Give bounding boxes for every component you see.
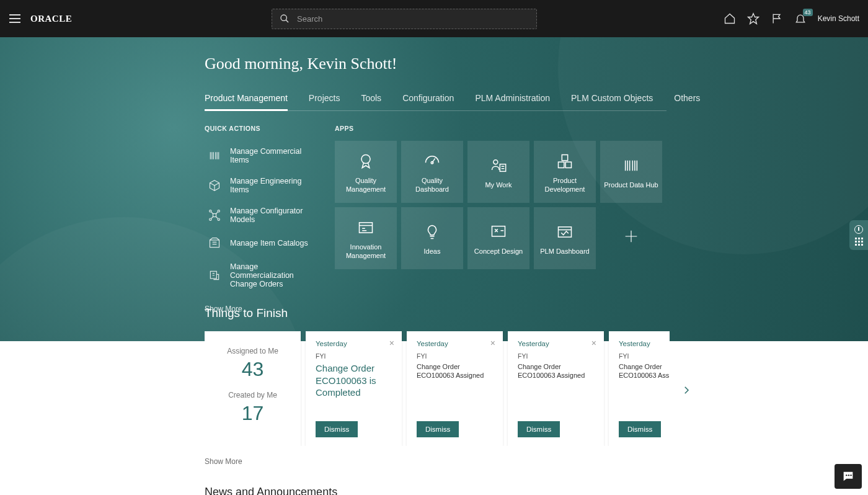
tab-plm-custom-objects[interactable]: PLM Custom Objects [571,93,653,110]
apps-column: APPS Quality Management Quality Dashboar… [335,125,670,313]
app-quality-management[interactable]: Quality Management [335,141,397,203]
quick-action-label: Manage Commercialization Change Orders [230,262,313,288]
tab-product-management[interactable]: Product Management [205,93,288,110]
tab-projects[interactable]: Projects [309,93,340,110]
svg-rect-18 [492,226,505,236]
close-icon[interactable]: × [591,339,596,347]
task-card[interactable]: Yesterday FYI Change Order ECO100063 Ass… [609,331,670,446]
search-input[interactable] [297,14,530,24]
gauge-icon [423,150,441,172]
dismiss-button[interactable]: Dismiss [316,421,358,437]
quick-action-manage-engineering-items[interactable]: Manage Engineering Items [205,171,316,200]
header-actions: 43 Kevin Schott [724,12,862,25]
task-card[interactable]: × Yesterday FYI Change Order ECO100063 A… [407,331,503,446]
app-tile-label: Quality Dashboard [405,176,459,194]
barcode-icon [208,149,221,163]
quick-actions-column: QUICK ACTIONS Manage Commercial Items Ma… [205,125,316,313]
app-concept-design[interactable]: Concept Design [467,207,529,269]
flag-icon[interactable] [771,12,783,25]
side-tool-panel[interactable] [849,220,868,250]
svg-rect-19 [559,227,572,237]
lower-region: Things to Finish Assigned to Me 43 Creat… [205,301,682,495]
dismiss-button[interactable]: Dismiss [518,421,560,437]
task-title: Change Order ECO100063 is Completed [316,362,392,399]
svg-point-12 [494,160,498,164]
quick-action-label: Manage Configurator Models [230,207,313,224]
quick-action-manage-configurator-models[interactable]: Manage Configurator Models [205,200,316,230]
tab-others[interactable]: Others [674,93,700,110]
task-date: Yesterday [316,340,392,347]
svg-point-21 [848,475,849,476]
menu-toggle-icon[interactable] [9,11,24,26]
app-quality-dashboard[interactable]: Quality Dashboard [401,141,463,203]
dashboard-icon [556,221,574,243]
plus-icon [622,225,640,248]
design-board-icon [490,221,507,243]
news-title: News and Announcements [205,486,682,495]
barcode-block-icon [622,154,640,177]
oracle-logo[interactable]: ORACLE [30,14,72,24]
app-add-tile[interactable] [600,207,662,269]
things-to-finish-cards: Assigned to Me 43 Created by Me 17 × Yes… [205,331,670,446]
home-icon[interactable] [724,12,736,25]
summary-card[interactable]: Assigned to Me 43 Created by Me 17 [205,331,301,446]
catalog-icon [208,236,221,250]
app-tile-label: Concept Design [474,247,523,256]
app-tile-label: Innovation Management [339,243,393,261]
nodes-icon [208,208,221,222]
svg-point-10 [361,154,370,163]
svg-point-20 [846,475,847,476]
close-icon[interactable]: × [389,339,394,347]
app-product-data-hub[interactable]: Product Data Hub [600,141,662,203]
task-card[interactable]: × Yesterday FYI Change Order ECO100063 i… [306,331,402,446]
app-innovation-management[interactable]: Innovation Management [335,207,397,269]
app-tile-label: Quality Management [339,176,393,194]
tab-configuration[interactable]: Configuration [402,93,454,110]
hero-region: Good morning, Kevin Schott! Product Mana… [0,37,868,341]
info-icon [854,225,863,234]
svg-marker-2 [748,14,758,24]
svg-point-11 [431,161,433,164]
app-my-work[interactable]: My Work [467,141,529,203]
ribbon-icon [357,150,374,172]
window-icon [357,216,374,239]
app-product-development[interactable]: Product Development [534,141,596,203]
carousel-next-icon[interactable] [678,382,694,398]
global-header: ORACLE 43 Kevin Schott [0,0,868,37]
tab-tools[interactable]: Tools [361,93,381,110]
user-name[interactable]: Kevin Schott [818,14,859,23]
created-by-me-label: Created by Me [228,391,277,399]
app-tile-label: Ideas [424,247,441,256]
task-tag: FYI [316,352,392,360]
things-to-finish-show-more[interactable]: Show More [205,457,682,466]
task-body: Change Order ECO100063 Assigned [518,362,594,380]
notifications-icon[interactable]: 43 [794,12,807,25]
svg-point-22 [850,475,851,476]
chat-icon [840,470,856,483]
task-date: Yesterday [417,340,493,347]
close-icon[interactable]: × [490,339,495,347]
nav-tabs: Product Management Projects Tools Config… [205,93,666,111]
tab-plm-administration[interactable]: PLM Administration [475,93,550,110]
quick-action-manage-item-catalogs[interactable]: Manage Item Catalogs [205,230,316,256]
global-search[interactable] [272,9,537,29]
chat-fab[interactable] [835,464,862,489]
app-ideas[interactable]: Ideas [401,207,463,269]
svg-rect-17 [360,223,373,233]
svg-point-5 [218,210,219,212]
task-date: Yesterday [518,340,594,347]
quick-action-label: Manage Engineering Items [230,177,313,194]
quick-action-manage-commercial-items[interactable]: Manage Commercial Items [205,141,316,171]
dismiss-button[interactable]: Dismiss [619,421,661,437]
task-card[interactable]: × Yesterday FYI Change Order ECO100063 A… [508,331,604,446]
dismiss-button[interactable]: Dismiss [417,421,459,437]
task-tag: FYI [518,352,594,360]
svg-point-4 [210,210,211,212]
task-body: Change Order ECO100063 Assigned [619,362,670,380]
lightbulb-icon [423,221,441,243]
app-plm-dashboard[interactable]: PLM Dashboard [534,207,596,269]
quick-actions-title: QUICK ACTIONS [205,125,316,132]
quick-action-manage-commercialization-change-orders[interactable]: Manage Commercialization Change Orders [205,256,316,295]
svg-line-1 [286,20,288,22]
favorites-icon[interactable] [747,12,760,25]
